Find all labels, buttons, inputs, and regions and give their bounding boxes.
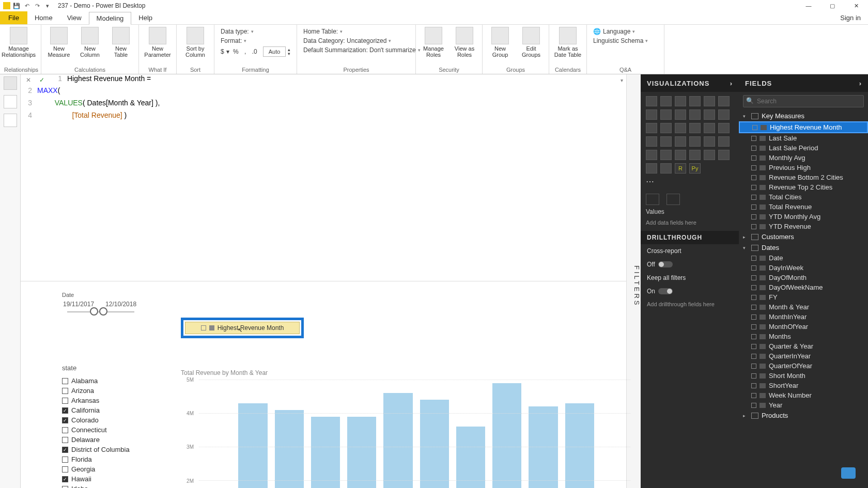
field-checkbox[interactable] xyxy=(751,265,756,271)
viz-type-button[interactable] xyxy=(660,96,672,106)
viz-type-button[interactable] xyxy=(704,109,715,120)
field-item[interactable]: Monthly Avg xyxy=(739,153,868,163)
new-group-button[interactable]: New Group xyxy=(487,27,514,58)
state-item[interactable]: ✓Colorado xyxy=(62,415,130,425)
field-checkbox[interactable] xyxy=(751,175,756,180)
state-item[interactable]: Florida xyxy=(62,454,130,464)
field-item[interactable]: DayOfWeekName xyxy=(739,282,868,292)
state-item[interactable]: Arkansas xyxy=(62,396,130,405)
formula-expand-icon[interactable]: ▾ xyxy=(621,77,623,83)
bar[interactable] xyxy=(275,410,304,488)
field-item[interactable]: YTD Revenue xyxy=(739,222,868,231)
cancel-formula-icon[interactable]: ✕ xyxy=(24,75,33,85)
fields-pane-header[interactable]: FIELDS› xyxy=(739,74,868,92)
viz-type-button[interactable] xyxy=(660,109,672,120)
format-dropdown[interactable]: Format:▾ xyxy=(219,36,292,45)
tab-view[interactable]: View xyxy=(60,11,89,24)
data-category-dropdown[interactable]: Data Category: Uncategorized▾ xyxy=(301,36,411,45)
model-view-button[interactable] xyxy=(4,114,17,127)
save-icon[interactable]: 💾 xyxy=(12,2,21,10)
commit-formula-icon[interactable]: ✓ xyxy=(37,75,47,85)
state-item[interactable]: ✓California xyxy=(62,405,130,415)
bar[interactable] xyxy=(565,403,594,488)
checkbox-icon[interactable] xyxy=(62,388,68,394)
file-menu[interactable]: File xyxy=(0,11,27,24)
sort-by-column-button[interactable]: Sort by Column xyxy=(181,27,210,58)
date-from[interactable]: 19/11/2017 xyxy=(62,300,95,308)
field-item[interactable]: Year xyxy=(739,400,868,410)
new-column-button[interactable]: New Column xyxy=(76,27,103,58)
date-slider[interactable] xyxy=(67,311,134,312)
state-item[interactable]: Delaware xyxy=(62,435,130,445)
field-item[interactable]: MonthInYear xyxy=(739,312,868,322)
field-checkbox[interactable] xyxy=(751,155,756,161)
field-checkbox[interactable] xyxy=(751,373,756,379)
checkbox-icon[interactable] xyxy=(62,486,68,489)
field-checkbox[interactable] xyxy=(751,364,756,369)
field-item[interactable]: DayInWeek xyxy=(739,263,868,273)
field-checkbox[interactable] xyxy=(752,125,757,130)
field-checkbox[interactable] xyxy=(751,314,756,320)
tab-modeling[interactable]: Modeling xyxy=(89,12,132,25)
edit-groups-button[interactable]: Edit Groups xyxy=(518,27,545,58)
viz-type-button[interactable] xyxy=(646,123,657,133)
field-item[interactable]: Last Sale Period xyxy=(739,143,868,153)
field-item[interactable]: FY xyxy=(739,292,868,302)
field-checkbox[interactable] xyxy=(751,204,756,210)
viz-type-button[interactable] xyxy=(646,150,657,160)
field-checkbox[interactable] xyxy=(751,334,756,339)
checkbox-icon[interactable]: ✓ xyxy=(62,476,68,482)
viz-type-button[interactable] xyxy=(660,123,672,133)
new-measure-button[interactable]: New Measure xyxy=(45,27,72,58)
mark-as-date-table-button[interactable]: Mark as Date Table xyxy=(553,27,582,58)
field-item[interactable]: Months xyxy=(739,332,868,341)
undo-icon[interactable]: ↶ xyxy=(23,2,31,10)
viz-type-button[interactable] xyxy=(646,96,657,106)
field-item[interactable]: Highest Revenue Month xyxy=(739,121,868,133)
checkbox-icon[interactable] xyxy=(62,437,68,443)
state-item[interactable]: Georgia xyxy=(62,464,130,474)
chevron-right-icon[interactable]: › xyxy=(859,80,862,87)
cross-report-toggle[interactable] xyxy=(658,261,673,267)
viz-type-button[interactable] xyxy=(689,109,701,120)
field-item[interactable]: QuarterInYear xyxy=(739,351,868,361)
viz-type-button[interactable] xyxy=(718,96,730,106)
data-view-button[interactable] xyxy=(4,95,17,108)
more-visuals-button[interactable]: ⋯ xyxy=(646,177,730,186)
auto-decimals-box[interactable]: Auto xyxy=(263,46,286,57)
viz-type-button[interactable] xyxy=(660,150,672,160)
field-checkbox[interactable] xyxy=(751,305,756,310)
viz-type-button[interactable] xyxy=(675,123,686,133)
card-visual[interactable]: Highest Revenue Month ↖ xyxy=(181,318,304,338)
field-checkbox[interactable] xyxy=(751,224,756,229)
drillthrough-dropzone[interactable]: Add drillthrough fields here xyxy=(641,298,739,310)
state-item[interactable]: Alabama xyxy=(62,376,130,386)
fields-search-input[interactable] xyxy=(743,95,864,107)
bar[interactable] xyxy=(238,403,267,488)
viz-type-button[interactable]: R xyxy=(675,163,686,174)
state-item[interactable]: Idaho xyxy=(62,484,130,488)
bar[interactable] xyxy=(456,427,485,488)
viz-type-button[interactable] xyxy=(718,109,730,120)
viz-type-button[interactable] xyxy=(704,123,715,133)
field-checkbox[interactable] xyxy=(751,403,756,408)
viz-type-button[interactable] xyxy=(718,150,730,160)
field-item[interactable]: Month & Year xyxy=(739,302,868,312)
spinner-icon[interactable]: ▴▾ xyxy=(288,48,290,56)
field-item[interactable]: Total Cities xyxy=(739,192,868,202)
field-checkbox[interactable] xyxy=(751,275,756,280)
qat-dropdown-icon[interactable]: ▾ xyxy=(43,2,52,10)
datatype-dropdown[interactable]: Data type:▾ xyxy=(219,27,292,36)
viz-type-button[interactable] xyxy=(718,136,730,147)
field-checkbox[interactable] xyxy=(751,285,756,290)
field-item[interactable]: Previous High xyxy=(739,163,868,172)
default-summarization-dropdown[interactable]: Default Summarization: Don't summarize▾ xyxy=(301,45,411,55)
field-checkbox[interactable] xyxy=(751,146,756,151)
viz-type-button[interactable] xyxy=(646,109,657,120)
viz-type-button[interactable] xyxy=(704,96,715,106)
comma-button[interactable]: , xyxy=(244,48,246,55)
viz-type-button[interactable] xyxy=(718,123,730,133)
viz-type-button[interactable] xyxy=(675,136,686,147)
field-item[interactable]: Quarter & Year xyxy=(739,341,868,351)
field-checkbox[interactable] xyxy=(751,185,756,190)
